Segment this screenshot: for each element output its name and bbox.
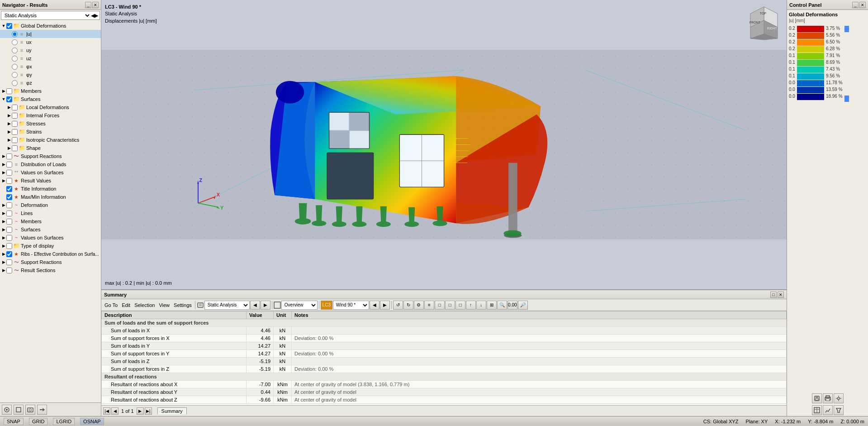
expand-result-sections[interactable]: ▶ (1, 268, 6, 273)
expand-isotropic[interactable]: ▶ (6, 138, 12, 142)
cp-close-btn[interactable]: ✕ (859, 2, 866, 8)
check-shape[interactable] (12, 145, 18, 151)
check-isotropic[interactable] (12, 137, 18, 143)
radio-uy[interactable] (12, 48, 18, 53)
check-values-surfaces[interactable] (6, 170, 12, 176)
wind-prev-btn[interactable]: ◀ (370, 301, 379, 310)
check-type-display[interactable] (6, 243, 12, 249)
expand-values-surfaces[interactable]: ▶ (1, 170, 6, 175)
cp-icon-table[interactable] (812, 405, 822, 415)
menu-selection[interactable]: Selection (133, 302, 157, 309)
radio-phix[interactable] (12, 64, 18, 70)
status-grid[interactable]: GRID (29, 418, 48, 425)
nav-icon-btn-3[interactable] (25, 405, 35, 415)
menu-goto[interactable]: Go To (103, 302, 119, 309)
menu-view[interactable]: View (157, 302, 171, 309)
tree-item-surfaces-r[interactable]: ▶ ~ Surfaces (0, 225, 101, 234)
check-dist-loads[interactable] (6, 162, 12, 168)
tree-item-phiz[interactable]: ≡ φz (0, 79, 101, 87)
check-values-on-surfaces[interactable] (6, 235, 12, 241)
menu-settings[interactable]: Settings (172, 302, 194, 309)
radio-uz[interactable] (12, 56, 18, 62)
expand-stresses[interactable]: ▶ (6, 121, 12, 126)
check-surfaces[interactable] (6, 96, 12, 102)
radio-phiy[interactable] (12, 72, 18, 78)
nav-icon-btn-2[interactable] (14, 405, 24, 415)
tree-item-members-r[interactable]: ▶ ~ Members (0, 217, 101, 225)
tree-item-result-values[interactable]: ▶ ★ Result Values (0, 177, 101, 185)
tree-item-internal-forces[interactable]: ▶ 📁 Internal Forces (0, 111, 101, 120)
nav-close-btn[interactable]: ✕ (92, 2, 99, 8)
check-members-r[interactable] (6, 219, 12, 225)
tb-action-2[interactable]: ↻ (403, 301, 413, 310)
tree-item-u-abs[interactable]: ≡ |u| (0, 30, 101, 38)
tree-item-values-on-surfaces[interactable]: ▶ ~ Values on Surfaces (0, 234, 101, 242)
expand-ribs[interactable]: ▶ (1, 252, 6, 256)
page-next-btn[interactable]: ▶ (137, 407, 144, 415)
expand-strains[interactable]: ▶ (6, 129, 12, 134)
expand-members[interactable]: ▶ (1, 89, 6, 93)
wind-select[interactable]: Wind 90 * (333, 301, 369, 310)
expand-type-display[interactable]: ▶ (1, 244, 6, 248)
status-lgrid[interactable]: LGRID (53, 418, 75, 425)
wind-next-btn[interactable]: ▶ (380, 301, 390, 310)
page-prev-btn[interactable]: ◀ (111, 407, 119, 415)
cp-icon-chart[interactable] (823, 405, 833, 415)
tree-item-stresses[interactable]: ▶ 📁 Stresses (0, 120, 101, 128)
tree-item-phiy[interactable]: ≡ φy (0, 71, 101, 79)
tree-item-maxmin-info[interactable]: ★ Max/Min Information (0, 193, 101, 201)
tree-item-strains[interactable]: ▶ 📁 Strains (0, 128, 101, 136)
tree-item-phix[interactable]: ≡ φx (0, 62, 101, 71)
tree-item-uz[interactable]: ≡ uz (0, 54, 101, 62)
nav-icon-btn-4[interactable] (37, 405, 47, 415)
radio-phiz[interactable] (12, 80, 18, 86)
tree-item-support-reactions[interactable]: ▶ 〜 Support Reactions (0, 152, 101, 160)
expand-support-reactions[interactable]: ▶ (1, 154, 6, 158)
expand-dist-loads[interactable]: ▶ (1, 162, 6, 167)
check-surfaces-r[interactable] (6, 227, 12, 233)
tree-item-members[interactable]: ▶ 📁 Members (0, 87, 101, 95)
check-local-def[interactable] (12, 105, 18, 110)
tree-item-global-def[interactable]: ▼ 📁 Global Deformations (0, 22, 101, 30)
tree-item-uy[interactable]: ≡ uy (0, 46, 101, 54)
tb-action-5[interactable]: □ (435, 301, 445, 310)
tree-item-lines-r[interactable]: ▶ ~ Lines (0, 209, 101, 217)
summary-close-btn[interactable]: ✕ (778, 292, 784, 298)
cp-icon-filter[interactable] (834, 405, 844, 415)
tb-action-12[interactable]: 0.00 (508, 301, 517, 310)
tree-item-title-info[interactable]: ★ Title Information (0, 185, 101, 193)
view-select[interactable]: Overview (281, 301, 318, 310)
tree-item-deformation[interactable]: ▶ ~ Deformation (0, 201, 101, 209)
tb-action-7[interactable]: □ (455, 301, 465, 310)
check-members[interactable] (6, 88, 12, 94)
tab-summary[interactable]: Summary (157, 407, 187, 414)
radio-u-abs[interactable] (12, 31, 18, 37)
check-result-values[interactable] (6, 178, 12, 184)
check-global-def[interactable] (6, 23, 12, 29)
check-stresses[interactable] (12, 121, 18, 127)
tree-item-local-def[interactable]: ▶ 📁 Local Deformations (0, 103, 101, 111)
expand-deformation[interactable]: ▶ (1, 203, 6, 207)
nav-analysis-select[interactable]: Static Analysis (3, 12, 91, 19)
check-maxmin-info[interactable] (6, 194, 12, 200)
page-last-btn[interactable]: ▶| (145, 407, 152, 415)
tb-action-10[interactable]: ⊞ (487, 301, 497, 310)
expand-lines-r[interactable]: ▶ (1, 211, 6, 215)
cp-icon-settings[interactable] (834, 393, 844, 403)
expand-members-r[interactable]: ▶ (1, 219, 6, 224)
tree-item-isotropic[interactable]: ▶ 📁 Isotropic Characteristics (0, 136, 101, 144)
expand-values-on-surfaces[interactable]: ▶ (1, 235, 6, 240)
tree-item-type-display[interactable]: ▶ 📁 Type of display (0, 242, 101, 250)
analysis-type-select[interactable]: Static Analysis (204, 301, 250, 310)
view-cube[interactable]: TOP FRONT RIGHT (746, 5, 782, 41)
3d-viewport[interactable]: LC3 - Wind 90 * Static Analysis Displace… (101, 0, 787, 289)
tb-action-8[interactable]: ↑ (466, 301, 476, 310)
check-result-sections[interactable] (6, 268, 12, 273)
check-internal-forces[interactable] (12, 113, 18, 119)
tree-item-ribs[interactable]: ▶ ★ Ribs - Effective Contribution on Sur… (0, 250, 101, 258)
tb-action-4[interactable]: ≡ (424, 301, 434, 310)
analysis-prev-btn[interactable]: ◀ (250, 301, 260, 310)
nav-minimize-btn[interactable]: _ (85, 2, 91, 8)
cp-icon-save[interactable] (812, 393, 822, 403)
tree-item-surfaces[interactable]: ▼ 📁 Surfaces (0, 95, 101, 103)
